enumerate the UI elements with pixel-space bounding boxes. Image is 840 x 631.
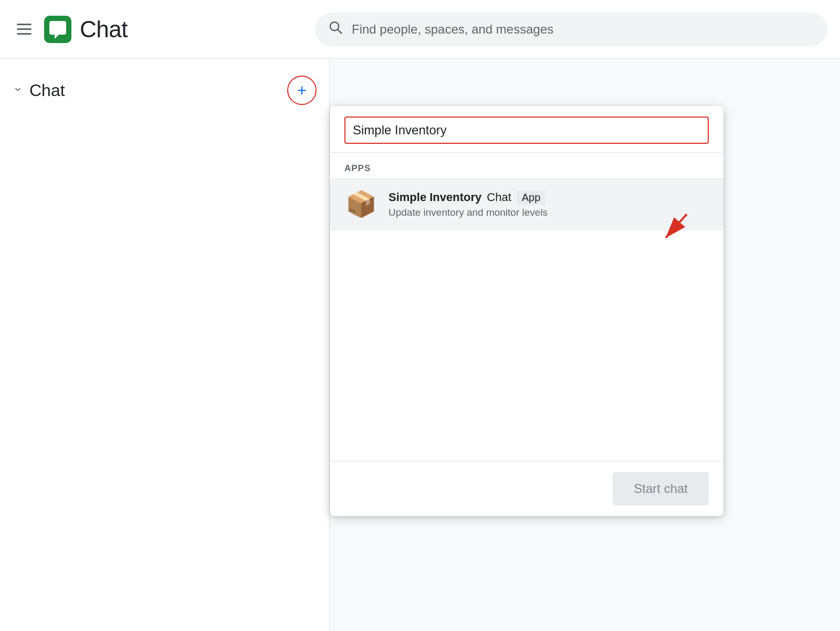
svg-line-4 <box>666 214 687 238</box>
dropdown-search-row <box>330 106 723 153</box>
chat-logo-icon <box>44 16 71 43</box>
menu-line-2 <box>17 28 32 30</box>
search-icon <box>328 19 343 39</box>
app-icon-wrapper: 📦 <box>344 187 378 221</box>
plus-icon: + <box>297 82 307 99</box>
app-badge: App <box>517 191 546 205</box>
apps-section-label: APPS <box>330 153 723 178</box>
start-chat-button[interactable]: Start chat <box>613 472 709 506</box>
app-name-row: Simple Inventory Chat App <box>388 191 709 205</box>
add-chat-button[interactable]: + <box>287 76 317 105</box>
chevron-down-icon[interactable] <box>13 84 23 97</box>
search-placeholder-text: Find people, spaces, and messages <box>352 22 553 37</box>
hamburger-menu-icon[interactable] <box>13 19 36 39</box>
dropdown-spacer <box>330 230 723 461</box>
app-title: Chat <box>80 16 128 43</box>
header: Chat Find people, spaces, and messages <box>0 0 840 59</box>
chat-section-label: Chat <box>29 81 281 100</box>
app-type-chat: Chat <box>487 191 511 204</box>
dropdown-search-input[interactable] <box>344 117 709 144</box>
menu-line-1 <box>17 24 32 25</box>
dropdown-footer: Start chat <box>330 461 723 516</box>
search-bar[interactable]: Find people, spaces, and messages <box>315 13 827 46</box>
svg-line-2 <box>338 29 341 33</box>
app-icon: 📦 <box>345 192 377 217</box>
app-name: Simple Inventory <box>388 191 481 204</box>
red-arrow-annotation <box>650 209 692 251</box>
sidebar: Chat + APPS 📦 Simple Inventory <box>0 59 330 631</box>
chat-section-header: Chat + <box>0 59 329 122</box>
header-left: Chat <box>13 16 307 43</box>
new-chat-dropdown: APPS 📦 Simple Inventory Chat App Update … <box>330 106 723 516</box>
menu-line-3 <box>17 33 32 35</box>
main-layout: Chat + APPS 📦 Simple Inventory <box>0 59 840 631</box>
